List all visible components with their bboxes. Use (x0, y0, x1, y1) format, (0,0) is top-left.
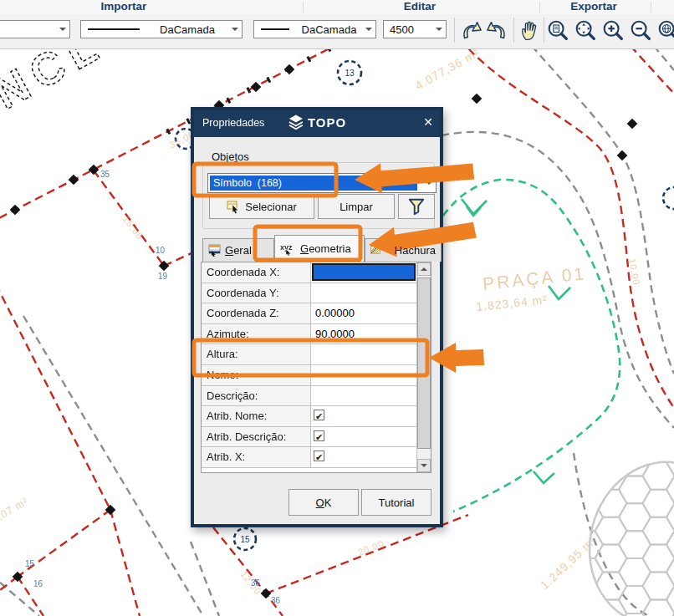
scrollbar-thumb[interactable] (417, 277, 431, 449)
zoom-document-icon (545, 18, 570, 43)
property-row: Atrib. Descrição: (202, 427, 431, 448)
altura-field[interactable] (311, 344, 416, 365)
scroll-up-icon[interactable] (417, 262, 431, 276)
scale-combo-value: 4500 (384, 23, 414, 36)
toolbar-separator (544, 18, 544, 43)
property-label: Coordenada X: (202, 262, 311, 283)
svg-text:PRAÇA 01: PRAÇA 01 (482, 263, 587, 293)
atrib-descricao-cell (311, 427, 416, 448)
svg-text:19: 19 (158, 272, 168, 281)
property-row: Nome: (202, 365, 431, 386)
court-outline (571, 446, 674, 616)
tab-hachura-label: Hachura (395, 244, 436, 257)
property-label: Nome: (202, 365, 311, 386)
property-label: Altura: (202, 344, 311, 365)
linetype-combo[interactable]: DaCamada (80, 20, 243, 38)
linetype2-combo[interactable]: DaCamada (253, 20, 376, 38)
atrib-nome-checkbox[interactable] (314, 410, 324, 420)
svg-text:35: 35 (100, 170, 110, 179)
tab-hachura[interactable]: Hachura (365, 238, 442, 262)
property-row: Coordenada Z:0.00000 (202, 303, 431, 324)
svg-text:15,00: 15,00 (120, 214, 145, 242)
undo-button[interactable] (458, 18, 483, 44)
property-label: Atrib. Nome: (202, 406, 311, 427)
coordenada-x-field[interactable] (311, 262, 416, 283)
filter-funnel-icon (407, 196, 426, 216)
zoom-globe-button[interactable] (656, 18, 674, 44)
svg-text:36: 36 (251, 578, 261, 588)
toolbar-separator (454, 18, 455, 43)
zoom-extents-icon (573, 18, 598, 43)
topo-logo-icon (288, 114, 304, 130)
pan-button[interactable] (518, 18, 543, 44)
chevron-down-icon (56, 21, 69, 38)
property-label: Atrib. X: (202, 447, 311, 468)
tab-geral[interactable]: Geral (202, 238, 274, 262)
main-toolbar: DaCamada DaCamada 4500 (0, 14, 674, 49)
linetype-combo-value: DaCamada (146, 23, 228, 36)
zoom-in-button[interactable] (600, 18, 625, 44)
objetos-dropdown-value: Símbolo (168) (210, 176, 417, 191)
coordenada-z-field[interactable]: 0.00000 (311, 303, 416, 324)
filter-button[interactable] (398, 194, 435, 219)
zoom-extents-button[interactable] (573, 18, 598, 44)
property-grid: Coordenada X: Coordenada Y: Coordenada Z… (201, 262, 431, 473)
dialog-titlebar[interactable]: Propriedades TOPO ✕ (194, 110, 440, 137)
app-window: 13 15 4.077,36 m² PRAÇA 01 1.823,64 m² 1… (0, 0, 674, 616)
selecionar-label: Selecionar (245, 201, 296, 213)
property-label: Coordenada Z: (202, 303, 311, 324)
svg-text:1.823,64 m²: 1.823,64 m² (476, 293, 549, 313)
zoom-out-button[interactable] (628, 18, 653, 44)
tutorial-button[interactable]: Tutorial (361, 489, 431, 516)
ok-button[interactable]: OK (288, 489, 359, 516)
geometria-xyz-icon: xyz (280, 242, 297, 256)
scroll-down-icon[interactable] (417, 459, 431, 472)
property-row: Coordenada X: (202, 262, 431, 283)
selecionar-button[interactable]: Selecionar (209, 194, 314, 219)
svg-text:4.077,36 m²: 4.077,36 m² (413, 46, 483, 93)
property-row: Atrib. Nome: (202, 406, 431, 427)
dialog-title: Propriedades (202, 117, 264, 129)
svg-text:10,00: 10,00 (627, 257, 641, 286)
objetos-dropdown[interactable]: Símbolo (168) (207, 173, 437, 193)
selected-value-box[interactable] (312, 263, 416, 281)
chevron-down-icon (422, 174, 436, 192)
atrib-descricao-checkbox[interactable] (314, 430, 324, 441)
property-row: Altura: (202, 344, 431, 365)
descricao-field[interactable] (311, 386, 416, 407)
menu-editar[interactable]: Editar (404, 0, 436, 14)
menu-importar[interactable]: Importar (101, 0, 147, 14)
tab-geometria[interactable]: xyz Geometria (274, 235, 365, 262)
geral-tab-icon (208, 244, 222, 257)
ribbon-menubar: Importar Editar Exportar (0, 0, 674, 14)
property-row: Azimute:90.0000 (202, 324, 431, 345)
menu-separator (651, 2, 651, 13)
zoom-document-button[interactable] (545, 18, 570, 44)
coordenada-y-field[interactable] (311, 283, 416, 304)
atrib-x-cell (311, 447, 416, 468)
property-label: Descrição: (202, 386, 311, 407)
toolbar-separator (513, 18, 514, 43)
grid-scrollbar[interactable] (416, 262, 431, 472)
green-selection-outline (443, 180, 620, 512)
pan-hand-icon (518, 18, 543, 43)
chevron-down-icon (432, 21, 446, 38)
svg-text:20,00: 20,00 (356, 538, 386, 557)
azimute-field[interactable]: 90.0000 (311, 324, 416, 345)
property-label: Atrib. Descrição: (202, 427, 311, 448)
layer-combo[interactable] (0, 20, 70, 38)
svg-text:15: 15 (25, 559, 35, 568)
limpar-label: Limpar (340, 201, 373, 213)
menu-exportar[interactable]: Exportar (570, 0, 617, 14)
atrib-x-checkbox[interactable] (314, 451, 324, 461)
property-row: Coordenada Y: (202, 283, 431, 304)
svg-text:13: 13 (345, 69, 355, 78)
svg-text:15: 15 (240, 535, 250, 544)
redo-button[interactable] (485, 18, 510, 44)
limpar-button[interactable]: Limpar (318, 194, 395, 219)
property-label: Coordenada Y: (202, 283, 311, 304)
scale-combo[interactable]: 4500 (383, 20, 447, 38)
linetype2-combo-value: DaCamada (296, 23, 362, 36)
close-icon[interactable]: ✕ (423, 115, 433, 129)
nome-field[interactable] (311, 365, 416, 386)
